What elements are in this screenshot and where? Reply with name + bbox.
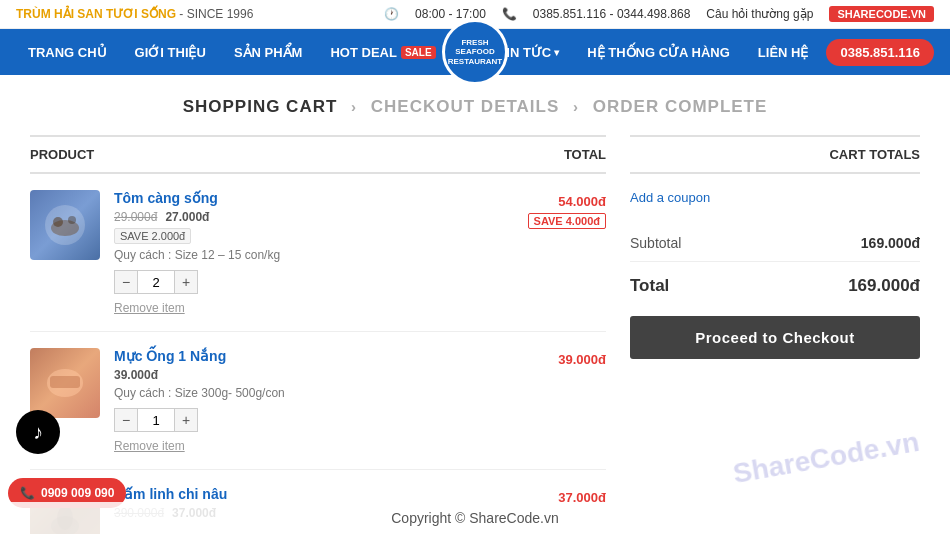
cart-item: Mực Ống 1 Nắng 39.000đ Quy cách : Size 3… bbox=[30, 332, 606, 470]
svg-point-2 bbox=[53, 217, 63, 227]
clock-icon: 🕐 bbox=[384, 7, 399, 21]
phones: 0385.851.116 - 0344.498.868 bbox=[533, 7, 691, 21]
cart-sidebar: CART TOTALS Add a coupon Subtotal 169.00… bbox=[630, 135, 920, 359]
copyright-text: Copyright © ShareCode.vn bbox=[391, 510, 559, 526]
save-total-badge-1: SAVE 4.000đ bbox=[528, 213, 606, 229]
item-price-current-2: 39.000đ bbox=[114, 368, 158, 382]
arrow-2: › bbox=[573, 98, 579, 115]
nav-home[interactable]: TRANG CHỦ bbox=[16, 29, 119, 75]
col-product-header: PRODUCT bbox=[30, 147, 486, 162]
nav-links: TRANG CHỦ GIỚI THIỆU SẢN PHẨM HOT DEAL S… bbox=[16, 29, 488, 75]
logo-center: FRESH SEAFOOD RESTAURANT bbox=[442, 19, 508, 85]
item-total-2: 39.000đ bbox=[486, 348, 606, 367]
item-name-3: Nấm linh chi nâu bbox=[114, 486, 486, 502]
nav-hotdeal[interactable]: HOT DEAL SALE bbox=[318, 29, 447, 75]
brand-text: TRÙM HẢI SAN TƯƠI SỐNG bbox=[16, 7, 176, 21]
qty-minus-2[interactable]: − bbox=[114, 408, 138, 432]
qty-input-1[interactable] bbox=[138, 270, 174, 294]
nav-contact[interactable]: LIÊN HỆ bbox=[748, 29, 819, 75]
subtotal-row: Subtotal 169.000đ bbox=[630, 225, 920, 262]
remove-item-1[interactable]: Remove item bbox=[114, 301, 185, 315]
product-image-1 bbox=[30, 190, 100, 260]
nav-about[interactable]: GIỚI THIỆU bbox=[123, 29, 218, 75]
arrow-1: › bbox=[351, 98, 357, 115]
step-checkout-details: CHECKOUT DETAILS bbox=[371, 97, 560, 116]
item-prices-1: 29.000đ 27.000đ bbox=[114, 210, 486, 224]
cart-table: PRODUCT TOTAL Tôm càng sống 29.000đ 27.0… bbox=[30, 135, 606, 534]
item-size-2: Quy cách : Size 300g- 500g/con bbox=[114, 386, 486, 400]
checkout-button[interactable]: Proceed to Checkout bbox=[630, 316, 920, 359]
svg-point-3 bbox=[68, 216, 76, 224]
qty-control-2: − + bbox=[114, 408, 198, 432]
item-price-original-1: 29.000đ bbox=[114, 210, 157, 224]
nav-stores[interactable]: HỆ THỐNG CỬA HÀNG bbox=[577, 29, 740, 75]
remove-item-2[interactable]: Remove item bbox=[114, 439, 185, 453]
add-coupon-link[interactable]: Add a coupon bbox=[630, 190, 920, 205]
nav-products[interactable]: SẢN PHẨM bbox=[222, 29, 315, 75]
nav-bar: TRANG CHỦ GIỚI THIỆU SẢN PHẨM HOT DEAL S… bbox=[0, 29, 950, 75]
main-content: PRODUCT TOTAL Tôm càng sống 29.000đ 27.0… bbox=[0, 135, 950, 534]
qty-plus-1[interactable]: + bbox=[174, 270, 198, 294]
logo-circle: FRESH SEAFOOD RESTAURANT bbox=[442, 19, 508, 85]
step-shopping-cart: SHOPPING CART bbox=[183, 97, 338, 116]
step-order-complete: ORDER COMPLETE bbox=[593, 97, 768, 116]
qty-input-2[interactable] bbox=[138, 408, 174, 432]
item-save-badge-1: SAVE 2.000đ bbox=[114, 228, 486, 244]
total-label: Total bbox=[630, 276, 669, 296]
item-price-current-1: 27.000đ bbox=[165, 210, 209, 224]
item-prices-2: 39.000đ bbox=[114, 368, 486, 382]
cart-table-header: PRODUCT TOTAL bbox=[30, 135, 606, 174]
since-text: - SINCE 1996 bbox=[179, 7, 253, 21]
tiktok-button[interactable]: ♪ bbox=[16, 410, 60, 454]
phone-float-icon: 📞 bbox=[20, 486, 35, 500]
cart-item: Tôm càng sống 29.000đ 27.000đ SAVE 2.000… bbox=[30, 174, 606, 332]
sharecode-badge: SHARECODE.VN bbox=[829, 6, 934, 22]
contact-link[interactable]: Câu hỏi thường gặp bbox=[706, 7, 813, 21]
cart-totals-title: CART TOTALS bbox=[630, 135, 920, 174]
item-details-1: Tôm càng sống 29.000đ 27.000đ SAVE 2.000… bbox=[114, 190, 486, 315]
item-name-2: Mực Ống 1 Nắng bbox=[114, 348, 486, 364]
item-total-1: 54.000đ SAVE 4.000đ bbox=[486, 190, 606, 229]
nav-phone-button[interactable]: 0385.851.116 bbox=[826, 39, 934, 66]
copyright-bar: Copyright © ShareCode.vn bbox=[0, 502, 950, 534]
nav-right: TIN TỨC ▾ HỆ THỐNG CỬA HÀNG LIÊN HỆ 0385… bbox=[488, 29, 934, 75]
svg-rect-5 bbox=[50, 376, 80, 388]
phone-float-number: 0909 009 090 bbox=[41, 486, 114, 500]
qty-minus-1[interactable]: − bbox=[114, 270, 138, 294]
subtotal-label: Subtotal bbox=[630, 235, 681, 251]
col-total-header: TOTAL bbox=[486, 147, 606, 162]
item-name-1: Tôm càng sống bbox=[114, 190, 486, 206]
product-image-2 bbox=[30, 348, 100, 418]
chevron-down-icon: ▾ bbox=[554, 47, 559, 58]
total-value: 169.000đ bbox=[848, 276, 920, 296]
brand-name: TRÙM HẢI SAN TƯƠI SỐNG - SINCE 1996 bbox=[16, 7, 253, 21]
sale-badge: SALE bbox=[401, 46, 436, 59]
total-row: Total 169.000đ bbox=[630, 262, 920, 310]
qty-control-1: − + bbox=[114, 270, 198, 294]
item-size-1: Quy cách : Size 12 – 15 con/kg bbox=[114, 248, 486, 262]
subtotal-value: 169.000đ bbox=[861, 235, 920, 251]
item-details-2: Mực Ống 1 Nắng 39.000đ Quy cách : Size 3… bbox=[114, 348, 486, 453]
qty-plus-2[interactable]: + bbox=[174, 408, 198, 432]
tiktok-icon: ♪ bbox=[33, 421, 43, 444]
